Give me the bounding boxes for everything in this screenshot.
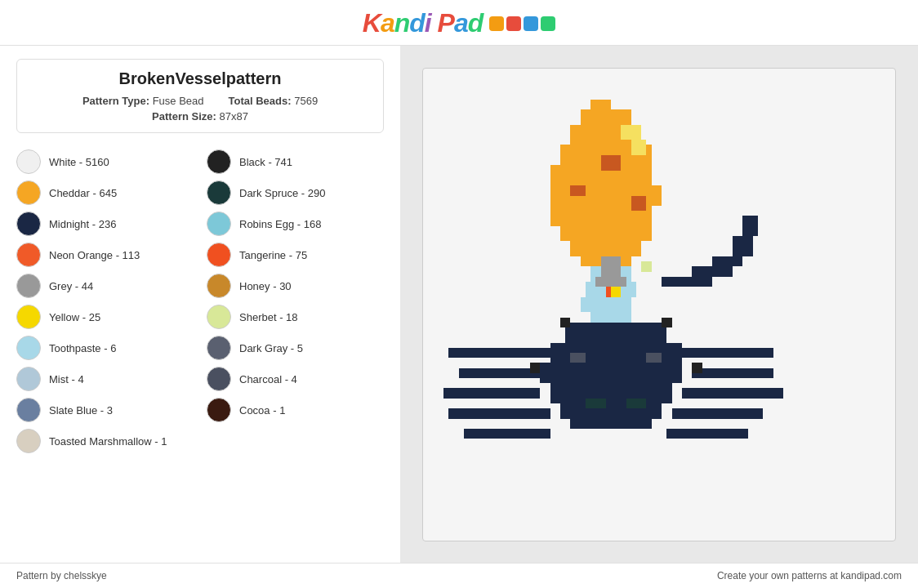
color-item-right-0: Black - 741 xyxy=(207,146,384,177)
svg-rect-39 xyxy=(692,266,733,276)
svg-rect-2 xyxy=(581,109,631,125)
color-swatch xyxy=(16,212,41,236)
color-item-left-0: White - 5160 xyxy=(16,146,194,177)
color-swatch xyxy=(207,398,231,422)
color-swatch xyxy=(207,149,231,174)
svg-rect-27 xyxy=(570,418,651,428)
svg-rect-26 xyxy=(560,403,662,419)
color-label: Cocoa - 1 xyxy=(239,404,285,416)
color-label: Honey - 30 xyxy=(239,280,292,292)
svg-rect-43 xyxy=(560,317,570,327)
svg-rect-36 xyxy=(672,408,764,418)
color-label: Grey - 44 xyxy=(49,280,93,292)
color-label: Sherbet - 18 xyxy=(239,311,298,323)
color-swatch xyxy=(16,243,41,267)
svg-rect-1 xyxy=(590,99,611,109)
color-item-right-8: Cocoa - 1 xyxy=(207,394,384,425)
color-item-right-7: Charcoal - 4 xyxy=(207,363,384,394)
svg-rect-41 xyxy=(733,236,753,256)
color-item-left-4: Grey - 44 xyxy=(16,270,194,301)
svg-rect-33 xyxy=(682,347,773,357)
svg-rect-44 xyxy=(662,317,671,327)
color-label: Cheddar - 645 xyxy=(49,187,117,199)
svg-rect-32 xyxy=(464,429,550,439)
pattern-meta-row2: Pattern Size: 87x87 xyxy=(30,110,370,122)
color-item-left-1: Cheddar - 645 xyxy=(16,177,194,208)
cube-blue xyxy=(524,16,538,31)
color-item-left-9: Toasted Marshmallow - 1 xyxy=(16,425,194,457)
logo-cubes xyxy=(489,16,555,31)
color-label: Yellow - 25 xyxy=(49,311,100,323)
color-swatch xyxy=(207,180,231,205)
color-item-left-7: Mist - 4 xyxy=(16,363,194,394)
color-item-right-3: Tangerine - 75 xyxy=(207,239,384,270)
color-item-right-6: Dark Gray - 5 xyxy=(207,332,384,363)
color-swatch xyxy=(16,305,41,329)
cube-orange xyxy=(489,16,504,31)
color-swatch xyxy=(16,398,41,422)
color-label: Dark Gray - 5 xyxy=(239,342,303,354)
header: Kandi Pad xyxy=(0,0,918,46)
svg-rect-13 xyxy=(631,195,647,211)
colors-left-col: White - 5160 Cheddar - 645 Midnight - 23… xyxy=(16,146,194,457)
color-label: Slate Blue - 3 xyxy=(49,404,113,416)
svg-rect-52 xyxy=(586,398,606,408)
svg-rect-49 xyxy=(641,261,651,271)
color-label: Midnight - 236 xyxy=(49,218,116,230)
color-item-right-5: Sherbet - 18 xyxy=(207,301,384,332)
color-label: Neon Orange - 113 xyxy=(49,249,140,261)
color-label: Toothpaste - 6 xyxy=(49,342,116,354)
color-item-right-2: Robins Egg - 168 xyxy=(207,208,384,239)
right-panel xyxy=(400,46,918,563)
svg-rect-0 xyxy=(439,84,880,525)
color-item-left-3: Neon Orange - 113 xyxy=(16,239,194,270)
svg-rect-8 xyxy=(560,225,652,241)
svg-rect-15 xyxy=(631,140,647,155)
color-label: Toasted Marshmallow - 1 xyxy=(49,435,167,448)
color-swatch xyxy=(207,212,231,236)
svg-rect-29 xyxy=(459,368,540,377)
svg-rect-18 xyxy=(581,296,631,312)
footer: Pattern by chelsskye Create your own pat… xyxy=(0,563,918,588)
svg-rect-25 xyxy=(550,383,672,403)
color-swatch xyxy=(16,367,41,391)
color-label: Robins Egg - 168 xyxy=(239,218,321,230)
color-swatch xyxy=(16,336,41,360)
svg-rect-20 xyxy=(601,256,622,277)
color-swatch xyxy=(16,274,41,298)
color-item-left-6: Toothpaste - 6 xyxy=(16,332,194,363)
color-label: Black - 741 xyxy=(239,156,292,168)
svg-rect-37 xyxy=(666,429,747,439)
left-panel: BrokenVesselpattern Pattern Type: Fuse B… xyxy=(0,46,400,563)
svg-rect-48 xyxy=(611,287,621,296)
svg-rect-14 xyxy=(621,124,641,140)
color-swatch xyxy=(16,149,41,174)
color-item-left-2: Midnight - 236 xyxy=(16,208,194,239)
color-swatch xyxy=(207,305,231,329)
pattern-beads: Total Beads: 7569 xyxy=(229,95,319,107)
svg-rect-53 xyxy=(626,398,647,408)
color-item-left-5: Yellow - 25 xyxy=(16,301,194,332)
pattern-info-box: BrokenVesselpattern Pattern Type: Fuse B… xyxy=(16,59,384,133)
footer-cta: Create your own patterns at kandipad.com xyxy=(717,570,902,581)
color-label: Dark Spruce - 290 xyxy=(239,187,326,199)
svg-rect-22 xyxy=(565,322,666,342)
logo: Kandi Pad xyxy=(363,8,483,38)
color-item-right-4: Honey - 30 xyxy=(207,270,384,301)
color-swatch xyxy=(16,429,41,453)
color-swatch xyxy=(207,274,231,298)
svg-rect-50 xyxy=(570,352,586,362)
pattern-meta-row1: Pattern Type: Fuse Bead Total Beads: 756… xyxy=(30,95,370,107)
color-label: Tangerine - 75 xyxy=(239,249,307,261)
svg-rect-51 xyxy=(646,352,662,362)
svg-rect-12 xyxy=(570,185,586,195)
svg-rect-24 xyxy=(540,363,682,383)
svg-rect-42 xyxy=(742,216,758,236)
pattern-title: BrokenVesselpattern xyxy=(30,69,370,88)
svg-rect-23 xyxy=(550,342,682,363)
color-label: Charcoal - 4 xyxy=(239,373,297,385)
cube-red xyxy=(506,16,521,31)
svg-rect-19 xyxy=(590,312,631,322)
pattern-size: Pattern Size: 87x87 xyxy=(152,110,248,122)
color-swatch xyxy=(207,336,231,360)
